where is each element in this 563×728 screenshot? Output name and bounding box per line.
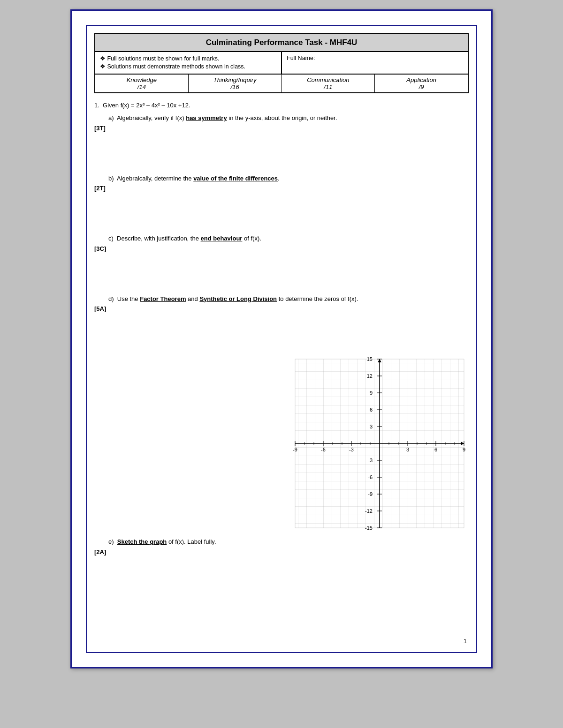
marks-3t: [3T] [94, 125, 469, 132]
finite-diff-text: value of the finite differences [193, 175, 278, 182]
svg-text:6: 6 [434, 447, 437, 452]
svg-text:-15: -15 [365, 525, 373, 531]
marks-5a: [5A] [94, 305, 469, 312]
cat-name-thinking: Thinking/Inquiry [190, 76, 281, 83]
info-row: Full solutions must be shown for full ma… [94, 52, 469, 75]
instructions-cell: Full solutions must be shown for full ma… [95, 52, 282, 74]
has-symmetry-text: has symmetry [186, 114, 227, 121]
svg-text:3: 3 [406, 447, 409, 452]
svg-text:-9: -9 [368, 491, 373, 497]
space-a [94, 141, 469, 169]
factor-theorem-text: Factor Theorem [140, 295, 186, 302]
page-title: Culminating Performance Task - MHF4U [206, 38, 358, 47]
category-application: Application /9 [375, 75, 468, 92]
svg-text:9: 9 [463, 447, 465, 452]
marks-2a: [2A] [94, 548, 469, 555]
question-1d: d) Use the Factor Theorem and Synthetic … [108, 294, 469, 304]
svg-text:-3: -3 [368, 458, 373, 463]
question-1a: a) Algebraically, verify if f(x) has sym… [108, 113, 469, 123]
synthetic-division-text: Synthetic or Long Division [199, 295, 277, 302]
cat-name-knowledge: Knowledge [96, 76, 187, 83]
graph-wrapper: 15 12 9 6 3 [281, 354, 469, 533]
svg-text:-6: -6 [321, 447, 326, 452]
question-1e: e) Sketch the graph of f(x). Label fully… [108, 537, 469, 547]
page: Culminating Performance Task - MHF4U Ful… [70, 9, 493, 668]
marks-2t: [2T] [94, 185, 469, 192]
sketch-graph-text: Sketch the graph [117, 538, 167, 545]
outer-border: Culminating Performance Task - MHF4U Ful… [86, 25, 477, 653]
svg-text:-6: -6 [368, 474, 373, 480]
category-communication: Communication /11 [282, 75, 375, 92]
cat-name-communication: Communication [283, 76, 374, 83]
svg-text:6: 6 [370, 407, 373, 413]
end-behaviour-text: end behaviour [201, 235, 243, 242]
category-thinking: Thinking/Inquiry /16 [189, 75, 282, 92]
questions-section: 1. Given f(x) = 2x³ – 4x² – 10x +12. a) … [94, 102, 469, 555]
svg-text:-12: -12 [365, 508, 373, 514]
coordinate-graph: 15 12 9 6 3 [281, 354, 469, 533]
space-d [94, 322, 469, 350]
svg-text:12: 12 [367, 373, 373, 379]
question-1c: c) Describe, with justification, the end… [108, 234, 469, 243]
question-1-stem: 1. Given f(x) = 2x³ – 4x² – 10x +12. [94, 102, 469, 109]
instruction-1: Full solutions must be shown for full ma… [100, 55, 276, 62]
marks-3c: [3C] [94, 245, 469, 252]
space-c [94, 262, 469, 290]
graph-container: 15 12 9 6 3 [94, 354, 469, 533]
category-knowledge: Knowledge /14 [95, 75, 189, 92]
fullname-label: Full Name: [287, 55, 315, 61]
cat-score-application: /9 [376, 83, 467, 90]
question-1b: b) Algebraically, determine the value of… [108, 174, 469, 183]
svg-text:3: 3 [370, 424, 373, 429]
svg-text:15: 15 [367, 356, 373, 362]
svg-text:9: 9 [370, 390, 373, 396]
cat-score-communication: /11 [283, 83, 374, 90]
page-number: 1 [464, 638, 467, 645]
svg-text:-9: -9 [293, 447, 297, 452]
title-block: Culminating Performance Task - MHF4U [94, 33, 469, 52]
cat-name-application: Application [376, 76, 467, 83]
space-b [94, 201, 469, 229]
instruction-2: Solutions must demonstrate methods shown… [100, 63, 276, 70]
categories-row: Knowledge /14 Thinking/Inquiry /16 Commu… [94, 75, 469, 93]
fullname-cell: Full Name: [282, 52, 468, 74]
cat-score-knowledge: /14 [96, 83, 187, 90]
svg-text:-3: -3 [349, 447, 354, 452]
cat-score-thinking: /16 [190, 83, 281, 90]
